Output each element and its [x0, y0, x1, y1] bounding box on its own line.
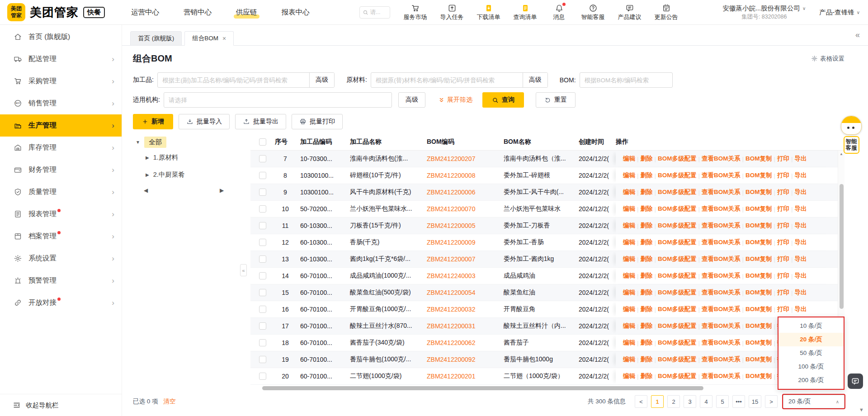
sidebar-item[interactable]: 开放对接 ›: [0, 292, 122, 314]
sidebar-item[interactable]: 首页 (旗舰版) ›: [0, 26, 122, 48]
row-action-4[interactable]: BOM复制: [745, 339, 772, 347]
row-action-6[interactable]: 导出: [795, 272, 807, 280]
topbar-search[interactable]: [359, 6, 390, 19]
row-action-2[interactable]: BOM多级配置: [658, 305, 697, 313]
page-button[interactable]: 15: [749, 395, 761, 408]
row-action-3[interactable]: 查看BOM关系: [702, 238, 741, 246]
topbar-quick-item[interactable]: 产品建议: [618, 4, 642, 21]
advanced-button[interactable]: 高级: [398, 92, 425, 108]
row-action-3[interactable]: 查看BOM关系: [702, 155, 741, 163]
row-action-1[interactable]: 删除: [641, 305, 653, 313]
horizontal-scrollbar[interactable]: [133, 386, 844, 391]
row-action-0[interactable]: 编辑: [623, 355, 635, 364]
row-checkbox[interactable]: [250, 373, 275, 380]
column-header[interactable]: 加工品编码: [300, 138, 350, 146]
tree-root-all[interactable]: ▼ 全部: [133, 135, 244, 149]
row-action-2[interactable]: BOM多级配置: [658, 322, 697, 330]
row-action-4[interactable]: BOM复制: [745, 322, 772, 330]
sidebar-item[interactable]: 系统设置 ›: [0, 247, 122, 269]
row-action-1[interactable]: 删除: [641, 238, 653, 246]
row-action-0[interactable]: 编辑: [623, 238, 635, 246]
row-action-4[interactable]: BOM复制: [745, 155, 772, 163]
org-select-input[interactable]: [164, 93, 392, 107]
topbar-quick-item[interactable]: 消息: [550, 4, 568, 21]
row-action-4[interactable]: BOM复制: [745, 222, 772, 230]
row-action-4[interactable]: BOM复制: [745, 288, 772, 297]
row-action-1[interactable]: 删除: [641, 188, 653, 196]
row-action-3[interactable]: 查看BOM关系: [702, 205, 741, 213]
sidebar-item[interactable]: 配送管理 ›: [0, 48, 122, 70]
row-action-5[interactable]: 打印: [777, 222, 789, 230]
page-size-option[interactable]: 50 条/页: [778, 346, 844, 360]
tree-prev-arrow[interactable]: ◀: [144, 187, 148, 194]
tab[interactable]: 组合BOM ×: [184, 31, 234, 46]
row-action-0[interactable]: 编辑: [623, 171, 635, 180]
cell-bom-code-link[interactable]: ZBM2412200070: [427, 205, 504, 213]
sidebar-item[interactable]: 预警管理 ›: [0, 269, 122, 292]
row-action-5[interactable]: 打印: [777, 255, 789, 263]
row-action-2[interactable]: BOM多级配置: [658, 238, 697, 246]
column-header[interactable]: BOM编码: [427, 138, 504, 146]
tree-next-arrow[interactable]: ▶: [220, 187, 224, 194]
tab[interactable]: 首页 (旗舰版) ×: [130, 31, 182, 46]
row-action-0[interactable]: 编辑: [623, 339, 635, 347]
cell-bom-code-link[interactable]: ZBM2412200005: [427, 222, 504, 229]
row-checkbox[interactable]: [250, 205, 275, 213]
org-select[interactable]: [164, 92, 392, 108]
sidebar-item[interactable]: 生产管理 ›: [0, 114, 122, 137]
row-action-3[interactable]: 查看BOM关系: [702, 355, 741, 364]
row-action-6[interactable]: 导出: [795, 222, 807, 230]
cell-bom-code-link[interactable]: ZBM2412200054: [427, 289, 504, 296]
clear-selection-link[interactable]: 清空: [164, 397, 176, 406]
row-action-3[interactable]: 查看BOM关系: [702, 171, 741, 180]
column-header[interactable]: 操作: [616, 138, 837, 146]
row-action-6[interactable]: 导出: [795, 255, 807, 263]
batch-print-button[interactable]: 批量打印: [292, 114, 343, 129]
row-action-4[interactable]: BOM复制: [745, 355, 772, 364]
row-action-4[interactable]: BOM复制: [745, 205, 772, 213]
raw-material-input[interactable]: [371, 73, 523, 87]
row-checkbox[interactable]: [250, 222, 275, 229]
row-action-5[interactable]: 打印: [777, 171, 789, 180]
topbar-quick-item[interactable]: 智能客服: [581, 4, 605, 21]
page-size-option[interactable]: 100 条/页: [778, 360, 844, 373]
row-action-4[interactable]: BOM复制: [745, 238, 772, 246]
advanced-button[interactable]: 高级: [523, 73, 547, 87]
row-action-2[interactable]: BOM多级配置: [658, 372, 697, 380]
row-action-2[interactable]: BOM多级配置: [658, 288, 697, 297]
row-action-5[interactable]: 打印: [777, 188, 789, 196]
row-action-6[interactable]: 导出: [795, 155, 807, 163]
expand-filter-button[interactable]: 展开筛选: [438, 96, 472, 104]
row-action-2[interactable]: BOM多级配置: [658, 188, 697, 196]
close-icon[interactable]: ×: [222, 35, 226, 42]
row-checkbox[interactable]: [250, 255, 275, 263]
row-action-1[interactable]: 删除: [641, 372, 653, 380]
row-checkbox[interactable]: [250, 306, 275, 313]
page-button[interactable]: 3: [684, 395, 696, 408]
page-button[interactable]: •••: [732, 395, 745, 408]
row-checkbox[interactable]: [250, 172, 275, 179]
row-action-1[interactable]: 删除: [641, 171, 653, 180]
horizontal-scroll-thumb[interactable]: [262, 386, 703, 390]
row-action-6[interactable]: 导出: [795, 238, 807, 246]
search-button[interactable]: 查询: [482, 92, 524, 108]
row-action-2[interactable]: BOM多级配置: [658, 339, 697, 347]
row-action-2[interactable]: BOM多级配置: [658, 255, 697, 263]
row-action-1[interactable]: 删除: [641, 255, 653, 263]
row-action-5[interactable]: 打印: [777, 305, 789, 313]
row-action-0[interactable]: 编辑: [623, 288, 635, 297]
row-action-0[interactable]: 编辑: [623, 272, 635, 280]
row-checkbox[interactable]: [250, 322, 275, 330]
topbar-nav-item[interactable]: 报表中心: [281, 5, 311, 20]
caret-right-icon[interactable]: ▶: [146, 172, 149, 177]
batch-import-button[interactable]: 批量导入: [179, 114, 230, 129]
topbar-quick-item[interactable]: 服务市场: [404, 4, 427, 21]
page-button[interactable]: 2: [667, 395, 680, 408]
row-action-1[interactable]: 删除: [641, 205, 653, 213]
scroll-down-icon[interactable]: ▼: [859, 407, 864, 412]
page-button[interactable]: 1: [651, 395, 664, 408]
row-action-6[interactable]: 导出: [795, 305, 807, 313]
row-action-1[interactable]: 删除: [641, 272, 653, 280]
row-action-5[interactable]: 打印: [777, 155, 789, 163]
cell-bom-code-link[interactable]: ZBM2412200062: [427, 339, 504, 346]
